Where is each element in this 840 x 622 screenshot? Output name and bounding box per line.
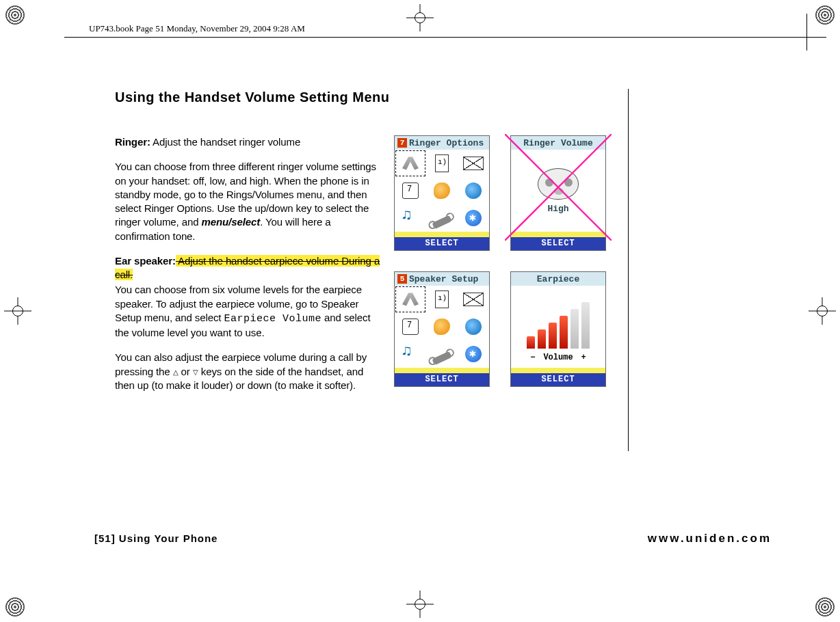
- registration-mark-icon: [815, 5, 835, 25]
- note-icon: [402, 319, 419, 335]
- volume-minus: −: [530, 353, 535, 362]
- figure-column: 7 Ringer Options: [394, 135, 627, 403]
- wrench-icon: [432, 351, 452, 366]
- registration-mark-icon: [5, 5, 25, 25]
- volume-level-label: High: [547, 204, 568, 214]
- cartoon-face-icon: [538, 168, 579, 200]
- registration-mark-icon: [815, 597, 835, 617]
- screen-title: Earpiece: [537, 274, 579, 284]
- ringer-label: Ringer:: [115, 136, 150, 148]
- ear-speaker-lead: Ear speaker: Adjust the handset earpiece…: [115, 254, 382, 282]
- registration-mark-icon: [5, 597, 25, 617]
- vertical-rule: [628, 89, 629, 451]
- footer-right: www.uniden.com: [648, 532, 772, 544]
- crop-mark-icon: [4, 297, 31, 325]
- volume-bar-inactive: [581, 302, 590, 349]
- ear-or: or: [179, 366, 193, 377]
- volume-bar-inactive: [570, 309, 579, 349]
- screen-title: Ringer Options: [409, 138, 484, 148]
- frame-line: [64, 37, 807, 38]
- screen-ringer-options: 7 Ringer Options: [394, 135, 490, 251]
- screen-title: Speaker Setup: [409, 274, 478, 284]
- page-title: Using the Handset Volume Setting Menu: [115, 89, 627, 105]
- music-icon: [402, 210, 419, 226]
- screen-ringer-volume: Ringer Volume High SELECT: [510, 135, 606, 251]
- yellow-bar: [395, 232, 489, 237]
- volume-bars: [527, 308, 590, 349]
- ear-speaker-label: Ear speaker:: [115, 255, 176, 267]
- ringer-lead-text: Adjust the handset ringer volume: [150, 136, 300, 148]
- icon-grid: [395, 150, 489, 232]
- volume-bar: [560, 316, 568, 349]
- blob-icon: [434, 319, 450, 335]
- frame-line: [806, 14, 807, 51]
- text-column: Ringer: Adjust the handset ringer volume…: [115, 135, 382, 403]
- handset-icon: [400, 291, 421, 308]
- globe-icon: [465, 182, 482, 199]
- softkey-select: SELECT: [395, 237, 489, 250]
- volume-label: Volume: [543, 353, 573, 362]
- screen-ringer-volume-crossed: Ringer Volume High SELECT: [510, 135, 606, 251]
- volume-bar: [538, 329, 546, 349]
- document-icon: [435, 290, 449, 308]
- bluetooth-icon: [465, 346, 482, 362]
- crop-mark-icon: [406, 591, 434, 618]
- softkey-select: SELECT: [511, 237, 605, 250]
- down-triangle-icon: ▽: [193, 368, 198, 377]
- music-icon: [402, 346, 419, 362]
- content: Using the Handset Volume Setting Menu Ri…: [115, 89, 627, 403]
- document-icon: [435, 154, 449, 172]
- bluetooth-icon: [465, 210, 482, 226]
- globe-icon: [465, 319, 482, 335]
- volume-bar: [549, 323, 557, 349]
- ear-speaker-para1: You can choose from six volume levels fo…: [115, 283, 382, 340]
- envelope-icon: [463, 293, 484, 306]
- yellow-bar: [511, 232, 605, 237]
- screen-number-badge: 5: [397, 274, 407, 284]
- frame-line: [802, 37, 826, 38]
- screen-number-badge: 7: [397, 138, 407, 148]
- blob-icon: [434, 182, 450, 199]
- ringer-paragraph: You can choose from three different ring…: [115, 160, 382, 243]
- page: UP743.book Page 51 Monday, November 29, …: [0, 0, 840, 622]
- screen-title: Ringer Volume: [523, 138, 592, 148]
- handset-icon: [400, 155, 421, 172]
- earpiece-volume-menu-label: Earpiece Volume: [224, 313, 321, 325]
- volume-bar: [527, 336, 535, 349]
- crop-mark-icon: [406, 4, 434, 31]
- crop-mark-icon: [809, 297, 836, 325]
- header-note: UP743.book Page 51 Monday, November 29, …: [89, 23, 305, 34]
- ear-speaker-para2: You can also adjust the earpiece volume …: [115, 351, 382, 392]
- screen-speaker-setup: 5 Speaker Setup: [394, 271, 490, 387]
- ringer-lead: Ringer: Adjust the handset ringer volume: [115, 135, 382, 149]
- screen-earpiece: Earpiece −: [510, 271, 606, 387]
- up-triangle-icon: △: [173, 368, 179, 377]
- icon-grid: [395, 286, 489, 368]
- yellow-bar: [511, 368, 605, 373]
- softkey-select: SELECT: [511, 373, 605, 386]
- note-icon: [402, 182, 419, 199]
- envelope-icon: [463, 157, 484, 170]
- yellow-bar: [395, 368, 489, 373]
- wrench-icon: [432, 215, 452, 230]
- page-footer: [51] Using Your Phone www.uniden.com: [94, 532, 772, 544]
- menu-select-key: menu/select: [202, 216, 261, 228]
- volume-plus: +: [581, 353, 586, 362]
- footer-left: [51] Using Your Phone: [94, 533, 218, 543]
- softkey-select: SELECT: [395, 373, 489, 386]
